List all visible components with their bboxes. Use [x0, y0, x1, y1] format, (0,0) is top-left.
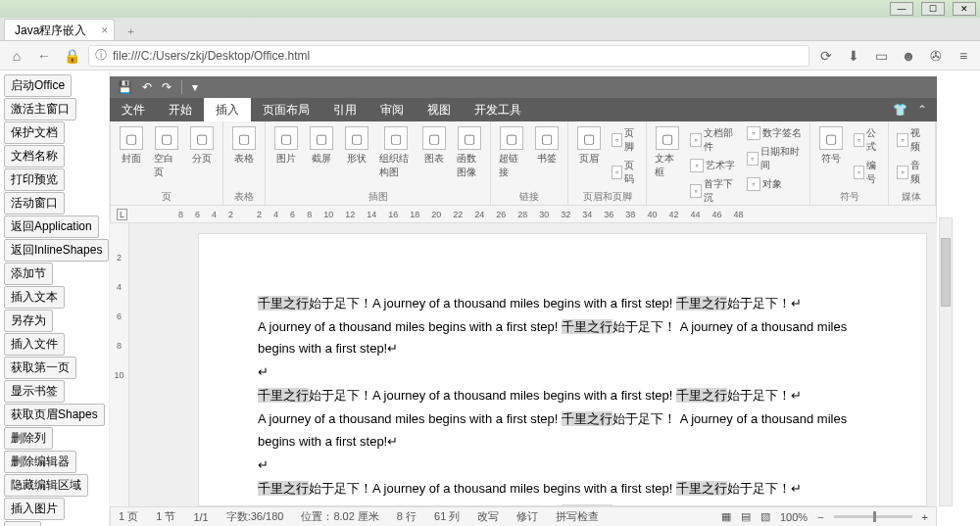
ribbon-btn-艺术字[interactable]: ▫艺术字 [688, 157, 739, 174]
status-zoom[interactable]: 100% [780, 511, 808, 523]
ribbon-tab-引用[interactable]: 引用 [321, 98, 368, 121]
ribbon-btn-组织结构图[interactable]: ▢组织结构图 [377, 124, 414, 181]
sidebar-button-0[interactable]: 启动Office [4, 74, 72, 97]
ribbon-btn-图表[interactable]: ▢图表 [419, 124, 449, 167]
group-label-symbol: 符号 [816, 189, 882, 204]
pocket-icon[interactable]: ✇ [925, 45, 947, 67]
ribbon-tab-页面布局[interactable]: 页面布局 [251, 98, 321, 121]
status-spell[interactable]: 拼写检查 [556, 509, 599, 524]
ribbon-btn-截屏[interactable]: ▢截屏 [307, 124, 336, 167]
undo-icon[interactable]: ↶ [142, 80, 152, 94]
status-pages[interactable]: 1/1 [193, 511, 208, 523]
maximize-button[interactable]: ☐ [921, 2, 945, 16]
status-section[interactable]: 1 节 [156, 509, 175, 524]
view-print-icon[interactable]: ▦ [721, 510, 731, 523]
ribbon-btn-首字下沉[interactable]: ▫首字下沉 [688, 175, 739, 207]
zoom-slider[interactable] [834, 515, 912, 518]
menu-icon[interactable]: ≡ [953, 45, 974, 67]
download-icon[interactable]: ⬇ [843, 45, 864, 67]
home-icon[interactable]: ⌂ [6, 45, 27, 67]
ribbon-btn-分页[interactable]: ▢分页 [187, 124, 217, 167]
status-pos[interactable]: 位置：8.02 厘米 [301, 509, 378, 524]
new-tab-button[interactable]: + [121, 23, 140, 40]
ribbon-btn-符号[interactable]: ▢符号 [816, 124, 846, 167]
sidebar-button-8[interactable]: 添加节 [4, 263, 53, 285]
ribbon-tab-插入[interactable]: 插入 [204, 98, 251, 121]
ribbon-btn-文档部件[interactable]: ▫文档部件 [688, 124, 739, 156]
ribbon-tab-开始[interactable]: 开始 [157, 98, 204, 121]
face-icon[interactable]: ☻ [898, 45, 919, 67]
status-chars[interactable]: 字数:36/180 [226, 509, 284, 524]
ribbon-btn-音频[interactable]: ▫音频 [895, 157, 929, 188]
status-rev[interactable]: 修订 [516, 509, 538, 524]
minimize-button[interactable]: — [890, 2, 913, 16]
zoom-in-icon[interactable]: + [922, 511, 928, 523]
url-input[interactable]: ⓘ file:///C:/Users/zkj/Desktop/Office.ht… [88, 45, 809, 67]
qat-dropdown-icon[interactable]: ▾ [192, 80, 198, 94]
ribbon-btn-文本框[interactable]: ▢文本框 [653, 124, 682, 181]
ribbon-btn-视频[interactable]: ▫视频 [895, 124, 929, 156]
sidebar-button-9[interactable]: 插入文本 [4, 286, 65, 309]
tab-selector[interactable]: L [117, 209, 127, 220]
sidebar-button-18[interactable]: 插入图片 [4, 498, 65, 520]
sidebar-button-10[interactable]: 另存为 [4, 310, 53, 332]
sidebar-button-15[interactable]: 删除列 [4, 427, 53, 450]
sidebar-button-12[interactable]: 获取第一页 [4, 357, 76, 379]
panel-icon[interactable]: ▭ [870, 45, 892, 67]
close-tab-icon[interactable]: × [101, 24, 108, 37]
ribbon-tab-文件[interactable]: 文件 [110, 98, 157, 121]
ribbon-btn-页码[interactable]: ▫页码 [610, 157, 640, 188]
redo-icon[interactable]: ↷ [162, 80, 172, 94]
view-web-icon[interactable]: ▤ [741, 510, 751, 523]
ribbon-btn-空白页[interactable]: ▢空白页 [152, 124, 181, 181]
document-body[interactable]: 千里之行始于足下！A journey of a thousand miles b… [198, 233, 927, 506]
ribbon-btn-编号[interactable]: ▫编号 [852, 157, 882, 188]
ribbon-tab-视图[interactable]: 视图 [416, 98, 463, 121]
sidebar-button-13[interactable]: 显示书签 [4, 380, 65, 403]
sidebar-button-1[interactable]: 激活主窗口 [4, 98, 76, 120]
status-page[interactable]: 1 页 [119, 509, 138, 524]
ribbon-tab-开发工具[interactable]: 开发工具 [463, 98, 533, 121]
sidebar-button-7[interactable]: 返回InlineShapes [4, 239, 109, 262]
lock-icon[interactable]: 🔒 [61, 45, 82, 67]
sidebar-button-3[interactable]: 文档名称 [4, 145, 65, 167]
browser-tab[interactable]: Java程序嵌入 × [4, 19, 115, 40]
ribbon-btn-公式[interactable]: ▫公式 [852, 124, 882, 156]
ribbon-btn-日期和时间[interactable]: ▫日期和时间 [745, 143, 804, 174]
sidebar-button-11[interactable]: 插入文件 [4, 333, 65, 356]
ribbon-btn-超链接[interactable]: ▢超链接 [497, 124, 526, 181]
ribbon-btn-形状[interactable]: ▢形状 [342, 124, 371, 167]
sidebar-button-4[interactable]: 打印预览 [4, 168, 65, 191]
status-col[interactable]: 61 列 [434, 509, 460, 524]
zoom-out-icon[interactable]: − [817, 511, 823, 523]
sidebar-button-19[interactable]: 查找 [4, 521, 41, 526]
back-icon[interactable]: ← [33, 45, 55, 67]
ribbon-btn-页眉[interactable]: ▢页眉 [574, 124, 604, 167]
skin-icon[interactable]: 👕 [893, 103, 907, 117]
view-outline-icon[interactable]: ▧ [760, 510, 770, 523]
ribbon-btn-书签[interactable]: ▢书签 [532, 124, 562, 167]
group-label-link: 链接 [497, 189, 562, 204]
ribbon-btn-表格[interactable]: ▢表格 [229, 124, 259, 167]
ribbon-btn-封面[interactable]: ▢封面 [117, 124, 146, 167]
vertical-scrollbar[interactable] [939, 217, 953, 506]
status-overtype[interactable]: 改写 [477, 509, 499, 524]
ribbon-btn-对象[interactable]: ▫对象 [745, 175, 804, 193]
ribbon: ▢封面▢空白页▢分页页 ▢表格表格 ▢图片▢截屏▢形状▢组织结构图▢图表▢函数图… [110, 121, 937, 206]
sidebar-button-17[interactable]: 隐藏编辑区域 [4, 474, 88, 497]
status-line[interactable]: 8 行 [397, 509, 416, 524]
sidebar-button-6[interactable]: 返回Application [4, 215, 99, 238]
sidebar-button-5[interactable]: 活动窗口 [4, 192, 65, 215]
ribbon-btn-函数图像[interactable]: ▢函数图像 [455, 124, 484, 181]
sidebar-button-16[interactable]: 删除编辑器 [4, 451, 76, 473]
ribbon-btn-数字签名[interactable]: ▫数字签名 [745, 124, 804, 142]
reload-icon[interactable]: ⟳ [815, 45, 837, 67]
ribbon-btn-页脚[interactable]: ▫页脚 [610, 124, 640, 156]
ribbon-btn-图片[interactable]: ▢图片 [271, 124, 301, 167]
close-button[interactable]: ✕ [953, 2, 976, 16]
sidebar-button-14[interactable]: 获取页眉Shapes [4, 404, 105, 426]
save-icon[interactable]: 💾 [118, 80, 132, 94]
ribbon-tab-审阅[interactable]: 审阅 [368, 98, 416, 121]
sidebar-button-2[interactable]: 保护文档 [4, 121, 65, 144]
collapse-ribbon-icon[interactable]: ⌃ [917, 103, 927, 117]
